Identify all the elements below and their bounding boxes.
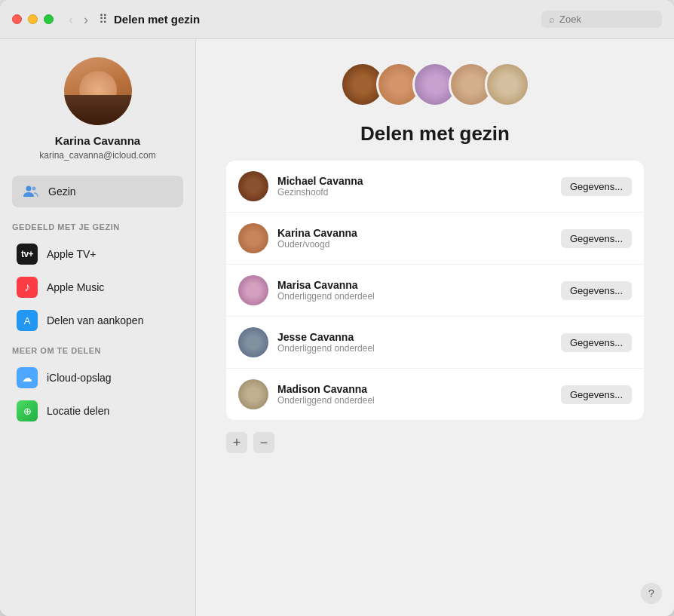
icloud-opslag-label: iCloud-opslag: [47, 372, 112, 384]
apple-tv-icon: tv+: [17, 244, 38, 265]
member-avatar-2: [238, 223, 268, 253]
shared-section: GEDEELD MET JE GEZIN tv+ Apple TV+ ♪ App…: [12, 222, 183, 337]
member-avatar-1: [238, 171, 268, 201]
shared-section-label: GEDEELD MET JE GEZIN: [12, 222, 183, 231]
member-role-3: Onderliggend onderdeel: [277, 291, 552, 302]
sidebar-item-locatie-delen[interactable]: ⊕ Locatie delen: [12, 394, 183, 428]
member-role-4: Onderliggend onderdeel: [277, 343, 552, 354]
family-member-row: Michael Cavanna Gezinshoofd Gegevens...: [226, 161, 644, 213]
user-name: Karina Cavanna: [55, 134, 140, 147]
back-button[interactable]: ‹: [66, 11, 76, 28]
apple-music-label: Apple Music: [47, 281, 104, 293]
member-name-4: Jesse Cavanna: [277, 331, 552, 343]
remove-member-button[interactable]: −: [253, 432, 274, 453]
family-avatar-5: [485, 62, 530, 107]
member-role-1: Gezinshoofd: [277, 187, 552, 198]
user-email: karina_cavanna@icloud.com: [39, 150, 155, 161]
member-name-3: Marisa Cavanna: [277, 279, 552, 291]
member-info-1: Michael Cavanna Gezinshoofd: [277, 175, 552, 198]
sidebar-item-apple-music[interactable]: ♪ Apple Music: [12, 271, 183, 304]
family-member-row: Jesse Cavanna Onderliggend onderdeel Geg…: [226, 317, 644, 369]
member-info-4: Jesse Cavanna Onderliggend onderdeel: [277, 331, 552, 354]
sidebar-item-icloud-opslag[interactable]: ☁ iCloud-opslag: [12, 361, 183, 394]
forward-button[interactable]: ›: [81, 11, 91, 28]
delen-van-aankopen-label: Delen van aankopen: [47, 314, 143, 326]
add-member-button[interactable]: +: [226, 432, 247, 453]
svg-point-0: [26, 186, 32, 192]
grid-button[interactable]: ⠿: [99, 12, 108, 26]
gegevens-button-2[interactable]: Gegevens...: [561, 229, 632, 248]
more-section-label: MEER OM TE DELEN: [12, 346, 183, 355]
sidebar-item-delen-van-aankopen[interactable]: A Delen van aankopen: [12, 304, 183, 337]
location-icon: ⊕: [17, 400, 38, 421]
user-avatar: [64, 57, 132, 125]
main-panel: Delen met gezin Michael Cavanna Gezinsho…: [196, 39, 674, 616]
member-avatar-5: [238, 379, 268, 409]
nav-buttons: ‹ ›: [66, 11, 91, 28]
member-role-5: Onderliggend onderdeel: [277, 395, 552, 406]
gezin-label: Gezin: [48, 185, 76, 198]
sidebar-item-gezin[interactable]: Gezin: [12, 176, 183, 207]
page-title: Delen met gezin: [360, 122, 510, 146]
gegevens-button-4[interactable]: Gegevens...: [561, 333, 632, 352]
apple-music-icon: ♪: [17, 277, 38, 298]
member-name-5: Madison Cavanna: [277, 383, 552, 395]
gegevens-button-1[interactable]: Gegevens...: [561, 177, 632, 196]
member-avatar-3: [238, 275, 268, 305]
member-avatar-4: [238, 327, 268, 357]
help-button[interactable]: ?: [641, 583, 662, 604]
action-buttons: + −: [226, 432, 644, 453]
titlebar: ‹ › ⠿ Delen met gezin ⌕: [0, 0, 674, 39]
appstore-icon: A: [17, 310, 38, 331]
window-title: Delen met gezin: [114, 13, 541, 26]
maximize-button[interactable]: [44, 14, 54, 24]
apple-tv-label: Apple TV+: [47, 248, 97, 260]
gegevens-button-3[interactable]: Gegevens...: [561, 281, 632, 300]
minimize-button[interactable]: [28, 14, 38, 24]
family-member-row: Madison Cavanna Onderliggend onderdeel G…: [226, 369, 644, 420]
more-section: MEER OM TE DELEN ☁ iCloud-opslag ⊕ Locat…: [12, 346, 183, 428]
search-icon: ⌕: [549, 14, 555, 25]
member-info-5: Madison Cavanna Onderliggend onderdeel: [277, 383, 552, 406]
gezin-icon: [21, 182, 41, 201]
svg-point-1: [32, 187, 36, 191]
family-member-row: Marisa Cavanna Onderliggend onderdeel Ge…: [226, 265, 644, 317]
traffic-lights: [12, 14, 54, 24]
app-window: ‹ › ⠿ Delen met gezin ⌕ Karina Cavanna k…: [0, 0, 674, 616]
icloud-icon: ☁: [17, 367, 38, 388]
main-content: Karina Cavanna karina_cavanna@icloud.com…: [0, 39, 674, 616]
locatie-delen-label: Locatie delen: [47, 405, 109, 417]
member-role-2: Ouder/voogd: [277, 239, 552, 250]
sidebar: Karina Cavanna karina_cavanna@icloud.com…: [0, 39, 196, 616]
member-info-2: Karina Cavanna Ouder/voogd: [277, 227, 552, 250]
member-name-2: Karina Cavanna: [277, 227, 552, 239]
search-input[interactable]: [559, 14, 654, 25]
family-member-row: Karina Cavanna Ouder/voogd Gegevens...: [226, 213, 644, 265]
member-info-3: Marisa Cavanna Onderliggend onderdeel: [277, 279, 552, 302]
gegevens-button-5[interactable]: Gegevens...: [561, 385, 632, 404]
member-name-1: Michael Cavanna: [277, 175, 552, 187]
family-avatars: [340, 62, 530, 107]
close-button[interactable]: [12, 14, 22, 24]
family-list-card: Michael Cavanna Gezinshoofd Gegevens... …: [226, 161, 644, 420]
sidebar-item-apple-tv[interactable]: tv+ Apple TV+: [12, 238, 183, 271]
search-box[interactable]: ⌕: [541, 11, 662, 28]
sidebar-gezin-section: Gezin: [12, 176, 183, 222]
main-panel-wrapper: Delen met gezin Michael Cavanna Gezinsho…: [196, 39, 674, 616]
